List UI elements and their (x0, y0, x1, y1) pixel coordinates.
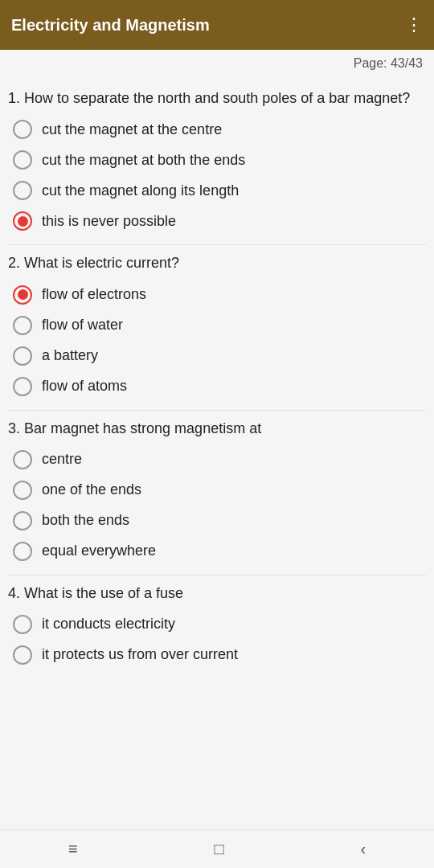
option-item-q1_a[interactable]: cut the magnet at the centre (8, 114, 426, 145)
radio-inner-q2_a (18, 289, 28, 300)
nav-menu-icon[interactable]: ≡ (68, 840, 78, 858)
options-list-q2: flow of electronsflow of watera batteryf… (8, 280, 426, 402)
option-label-q3_c: both the ends (42, 511, 129, 530)
option-label-q3_a: centre (42, 450, 82, 469)
option-item-q4_a[interactable]: it conducts electricity (8, 609, 426, 640)
question-q3: 3. Bar magnet has strong magnetism atcen… (8, 419, 426, 567)
radio-outer-q1_a[interactable] (13, 120, 32, 139)
radio-outer-q3_d[interactable] (13, 542, 32, 561)
question-q2: 2. What is electric current?flow of elec… (8, 253, 426, 401)
option-label-q2_a: flow of electrons (42, 285, 146, 304)
option-label-q2_d: flow of atoms (42, 377, 127, 395)
option-label-q4_b: it protects us from over current (42, 645, 238, 664)
option-item-q2_c[interactable]: a battery (8, 341, 426, 371)
radio-outer-q3_b[interactable] (13, 481, 32, 500)
question-text-q3: 3. Bar magnet has strong magnetism at (8, 419, 426, 438)
option-item-q2_b[interactable]: flow of water (8, 310, 426, 341)
nav-bar: ≡ □ ‹ (0, 829, 434, 868)
radio-outer-q4_b[interactable] (13, 645, 32, 665)
option-label-q1_b: cut the magnet at both the ends (42, 151, 245, 170)
question-divider (8, 575, 426, 575)
option-label-q3_b: one of the ends (42, 481, 141, 499)
options-list-q3: centreone of the endsboth the endsequal … (8, 444, 426, 567)
question-text-q1: 1. How to separate the north and south p… (8, 88, 426, 108)
option-label-q3_d: equal everywhere (42, 542, 156, 560)
content-area: 1. How to separate the north and south p… (0, 74, 434, 686)
question-divider (8, 244, 426, 245)
nav-back-icon[interactable]: ‹ (360, 840, 366, 858)
option-item-q2_a[interactable]: flow of electrons (8, 280, 426, 310)
radio-outer-q2_c[interactable] (13, 346, 32, 366)
question-divider (8, 410, 426, 411)
radio-outer-q2_a[interactable] (13, 285, 32, 305)
option-item-q3_a[interactable]: centre (8, 444, 426, 475)
radio-outer-q2_d[interactable] (13, 377, 32, 396)
option-item-q3_c[interactable]: both the ends (8, 506, 426, 536)
radio-outer-q3_a[interactable] (13, 450, 32, 469)
header-title: Electricity and Magnetism (11, 16, 210, 35)
option-label-q1_c: cut the magnet along its length (42, 182, 239, 200)
option-label-q4_a: it conducts electricity (42, 615, 175, 633)
option-item-q2_d[interactable]: flow of atoms (8, 371, 426, 402)
radio-outer-q4_a[interactable] (13, 615, 32, 634)
option-item-q3_b[interactable]: one of the ends (8, 475, 426, 506)
page-info: Page: 43/43 (0, 50, 434, 74)
option-item-q3_d[interactable]: equal everywhere (8, 536, 426, 567)
options-list-q1: cut the magnet at the centrecut the magn… (8, 114, 426, 236)
app-header: Electricity and Magnetism ⋮ (0, 0, 434, 50)
question-q4: 4. What is the use of a fuseit conducts … (8, 583, 426, 670)
question-text-q4: 4. What is the use of a fuse (8, 583, 426, 603)
option-label-q2_b: flow of water (42, 316, 123, 334)
radio-outer-q3_c[interactable] (13, 511, 32, 530)
radio-outer-q2_b[interactable] (13, 316, 32, 335)
radio-outer-q1_c[interactable] (13, 181, 32, 200)
option-item-q4_b[interactable]: it protects us from over current (8, 640, 426, 670)
header-menu-icon[interactable]: ⋮ (405, 14, 423, 35)
radio-inner-q1_d (18, 216, 28, 227)
option-label-q2_c: a battery (42, 346, 98, 365)
option-item-q1_d[interactable]: this is never possible (8, 206, 426, 236)
radio-outer-q1_d[interactable] (13, 211, 32, 231)
options-list-q4: it conducts electricityit protects us fr… (8, 609, 426, 670)
nav-square-icon[interactable]: □ (214, 840, 223, 858)
option-item-q1_c[interactable]: cut the magnet along its length (8, 175, 426, 206)
question-q1: 1. How to separate the north and south p… (8, 88, 426, 236)
question-text-q2: 2. What is electric current? (8, 253, 426, 272)
option-item-q1_b[interactable]: cut the magnet at both the ends (8, 145, 426, 175)
option-label-q1_a: cut the magnet at the centre (42, 121, 222, 139)
option-label-q1_d: this is never possible (42, 212, 176, 231)
radio-outer-q1_b[interactable] (13, 150, 32, 170)
